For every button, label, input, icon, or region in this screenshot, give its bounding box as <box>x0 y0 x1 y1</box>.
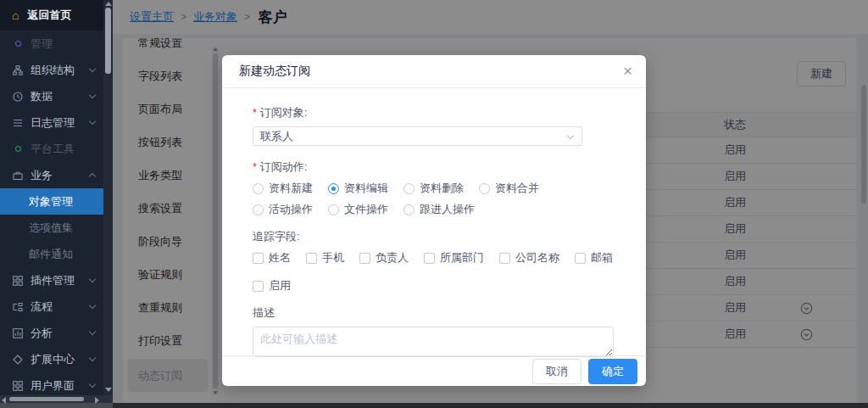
chevron-down-icon <box>89 355 96 361</box>
subscribe-object-select[interactable]: 联系人 <box>253 126 582 146</box>
sidebar-vertical-scrollbar[interactable] <box>103 0 113 395</box>
radio-edit[interactable]: 资料编辑 <box>328 181 388 196</box>
sidebar-home[interactable]: ⌂ 返回首页 <box>0 0 103 31</box>
scroll-left-arrow-icon[interactable] <box>2 397 6 404</box>
radio-icon <box>253 183 264 194</box>
radio-delete[interactable]: 资料删除 <box>403 181 464 196</box>
chevron-down-icon <box>89 65 96 72</box>
chart-icon <box>12 328 24 338</box>
chevron-down-icon <box>89 328 96 335</box>
radio-follower[interactable]: 跟进人操作 <box>403 202 475 217</box>
checkbox-company[interactable]: 公司名称 <box>499 250 559 265</box>
track-fields-checkbox-group: 姓名 手机 负责人 所属部门 公司名称 邮箱 <box>253 250 615 265</box>
modal-header: 新建动态订阅 × <box>222 55 646 88</box>
radio-activity[interactable]: 活动操作 <box>253 202 313 217</box>
radio-icon <box>253 204 264 215</box>
radio-icon <box>479 183 490 194</box>
checkbox-icon <box>306 253 317 264</box>
sidebar-item-business[interactable]: 业务 <box>0 162 103 188</box>
radio-merge[interactable]: 资料合并 <box>479 181 539 196</box>
checkbox-icon <box>359 253 370 264</box>
org-icon <box>12 65 24 75</box>
enable-row: 启用 <box>253 278 615 294</box>
scroll-up-arrow-icon[interactable] <box>105 2 112 6</box>
ui-grid-icon <box>12 381 24 391</box>
admin-ring-icon <box>12 41 24 47</box>
sidebar-item-mail-notify[interactable]: 邮件通知 <box>0 241 103 267</box>
chevron-down-icon <box>89 92 96 98</box>
checkbox-icon <box>575 253 586 264</box>
modal-footer: 取消 确定 <box>222 355 646 386</box>
checkbox-mobile[interactable]: 手机 <box>306 250 344 265</box>
sidebar-group-admin[interactable]: 管理 <box>0 31 103 57</box>
modal-body: 订阅对象: 联系人 订阅动作: 资料新建 资料编辑 资料删除 资料合并 活动操作… <box>222 88 646 360</box>
checkbox-name[interactable]: 姓名 <box>253 250 291 265</box>
radio-file[interactable]: 文件操作 <box>328 202 388 217</box>
chevron-down-icon <box>567 132 574 139</box>
platform-ring-icon <box>12 146 24 152</box>
sidebar-horizontal-scrollbar[interactable] <box>0 395 113 403</box>
sidebar: ⌂ 返回首页 管理 组织结构 数据 日志管理 <box>0 0 113 403</box>
description-label: 描述 <box>253 305 615 321</box>
checkbox-icon <box>253 253 264 264</box>
checkbox-owner[interactable]: 负责人 <box>359 250 409 265</box>
modal-title: 新建动态订阅 <box>239 64 310 79</box>
radio-icon <box>403 204 415 215</box>
radio-icon <box>403 183 415 194</box>
sidebar-nav: ⌂ 返回首页 管理 组织结构 数据 日志管理 <box>0 0 103 395</box>
sidebar-item-data[interactable]: 数据 <box>0 83 103 109</box>
checkbox-icon <box>424 253 435 264</box>
sidebar-item-plugins[interactable]: 插件管理 <box>0 267 103 293</box>
checkbox-email[interactable]: 邮箱 <box>575 250 613 265</box>
scrollbar-thumb[interactable] <box>105 8 111 74</box>
chevron-up-icon <box>89 173 96 180</box>
new-dynamic-subscription-modal: 新建动态订阅 × 订阅对象: 联系人 订阅动作: 资料新建 资料编辑 资料删除 … <box>222 55 646 386</box>
checkbox-icon <box>253 281 264 292</box>
subscribe-action-radio-group: 资料新建 资料编辑 资料删除 资料合并 活动操作 文件操作 跟进人操作 <box>253 181 592 217</box>
scroll-right-arrow-icon[interactable] <box>95 397 99 404</box>
checkbox-department[interactable]: 所属部门 <box>424 250 484 265</box>
scrollbar-thumb[interactable] <box>9 397 84 401</box>
log-list-icon <box>12 118 24 128</box>
chevron-down-icon <box>89 302 96 309</box>
track-fields-label: 追踪字段: <box>253 229 615 244</box>
briefcase-icon <box>12 170 24 181</box>
sidebar-item-analytics[interactable]: 分析 <box>0 320 103 346</box>
plugin-grid-icon <box>12 276 24 286</box>
close-icon[interactable]: × <box>623 62 632 81</box>
page: ⌂ 返回首页 管理 组织结构 数据 日志管理 <box>0 0 868 408</box>
sidebar-item-user-interface[interactable]: 用户界面 <box>0 372 103 395</box>
home-icon: ⌂ <box>12 9 19 21</box>
scroll-down-arrow-icon[interactable] <box>105 388 112 392</box>
sidebar-item-object-management[interactable]: 对象管理 <box>0 188 103 215</box>
chevron-down-icon <box>89 276 96 282</box>
chevron-down-icon <box>89 381 96 388</box>
sidebar-item-extension-center[interactable]: 扩展中心 <box>0 346 103 372</box>
sidebar-home-label: 返回首页 <box>27 8 71 23</box>
checkbox-icon <box>499 253 510 264</box>
flow-icon <box>12 302 24 312</box>
subscribe-action-label: 订阅动作: <box>253 159 615 175</box>
clock-icon <box>12 92 24 102</box>
sidebar-item-option-sets[interactable]: 选项值集 <box>0 215 103 241</box>
extension-icon <box>12 355 24 365</box>
chevron-down-icon <box>89 118 96 125</box>
subscribe-object-value: 联系人 <box>260 129 293 144</box>
sidebar-group-platform-tools[interactable]: 平台工具 <box>0 136 103 162</box>
confirm-button[interactable]: 确定 <box>588 359 637 384</box>
radio-icon <box>328 204 339 215</box>
cancel-button[interactable]: 取消 <box>532 359 581 384</box>
radio-create[interactable]: 资料新建 <box>253 181 313 196</box>
checkbox-enable[interactable]: 启用 <box>253 278 291 293</box>
sidebar-item-workflow[interactable]: 流程 <box>0 293 103 320</box>
sidebar-item-logs[interactable]: 日志管理 <box>0 109 103 136</box>
description-textarea[interactable] <box>253 327 614 357</box>
subscribe-object-label: 订阅对象: <box>253 105 615 120</box>
sidebar-item-org[interactable]: 组织结构 <box>0 57 103 83</box>
radio-selected-icon <box>328 183 339 194</box>
